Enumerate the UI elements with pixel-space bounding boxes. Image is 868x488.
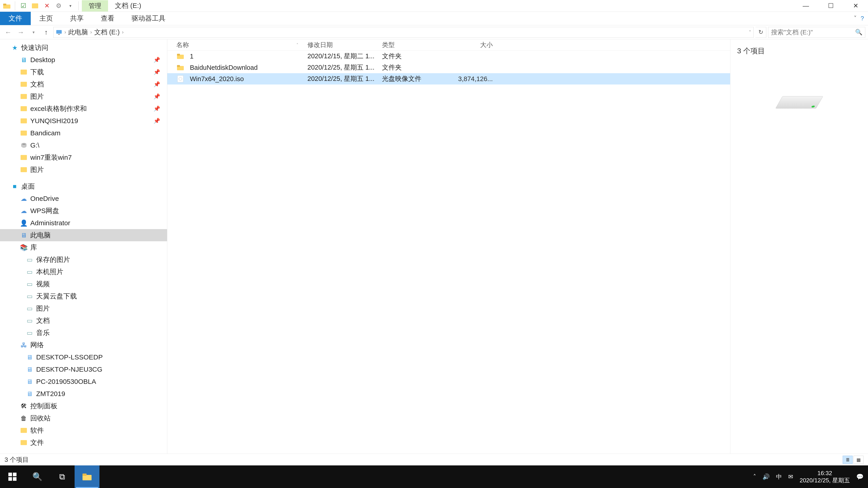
tree-software[interactable]: 软件 <box>0 424 167 436</box>
refresh-button[interactable]: ↻ <box>755 27 766 38</box>
qat-checkbox-icon[interactable]: ☑ <box>19 1 28 10</box>
file-row[interactable]: BaiduNetdiskDownload2020/12/25, 星期五 1...… <box>167 62 730 73</box>
search-input[interactable] <box>771 29 853 36</box>
tree-network-item[interactable]: 🖥PC-20190530OBLA <box>0 376 167 388</box>
tree-control-panel[interactable]: 🛠 控制面板 <box>0 400 167 412</box>
tree-library-item[interactable]: ▭文档 <box>0 315 167 327</box>
chevron-right-icon[interactable]: › <box>122 29 123 35</box>
tree-network-item[interactable]: 🖥ZMT2019 <box>0 388 167 400</box>
tree-quick-item[interactable]: 图片📌 <box>0 90 167 103</box>
tree-library-item[interactable]: ▭本机照片 <box>0 266 167 278</box>
folder-icon: ⛃ <box>20 141 28 149</box>
pin-icon: 📌 <box>153 81 160 88</box>
view-details-button[interactable]: ≣ <box>843 456 852 464</box>
help-icon[interactable]: ? <box>861 15 864 22</box>
ribbon-tabs: 文件 主页 共享 查看 驱动器工具 ˅ ? <box>0 12 868 25</box>
nav-forward-button[interactable]: → <box>16 27 26 38</box>
tree-network-item[interactable]: 🖥DESKTOP-LSSOEDP <box>0 351 167 363</box>
column-header-date[interactable]: 修改日期 <box>307 41 382 49</box>
ribbon-tab-home[interactable]: 主页 <box>31 12 61 25</box>
tree-quick-item[interactable]: 图片 <box>0 164 167 176</box>
tree-quick-item[interactable]: 下载📌 <box>0 66 167 78</box>
nav-back-button[interactable]: ← <box>3 27 13 38</box>
svg-rect-16 <box>83 474 87 476</box>
preview-item-count: 3 个项目 <box>730 46 765 56</box>
taskbar-explorer-button[interactable] <box>74 465 99 488</box>
tree-quick-item[interactable]: YUNQISHI2019📌 <box>0 115 167 127</box>
tree-desktop-item[interactable]: ☁WPS网盘 <box>0 205 167 217</box>
column-header-type[interactable]: 类型 <box>382 41 443 49</box>
qat-close-icon[interactable]: ✕ <box>42 1 51 10</box>
tree-library-item[interactable]: ▭音乐 <box>0 327 167 339</box>
tray-app-icon[interactable]: ✉ <box>788 473 793 480</box>
tree-desktop[interactable]: ■ 桌面 <box>0 180 167 193</box>
tray-overflow-icon[interactable]: ˄ <box>753 473 756 480</box>
qat-settings-icon[interactable]: ⚙ <box>54 1 63 10</box>
folder-icon <box>20 93 28 100</box>
tree-quick-item[interactable]: win7重装win7 <box>0 151 167 164</box>
pin-icon: 📌 <box>153 105 160 112</box>
file-date: 2020/12/15, 星期二 1... <box>307 52 382 61</box>
start-button[interactable] <box>0 465 25 488</box>
qat-folder-icon[interactable] <box>31 1 39 10</box>
chevron-right-icon[interactable]: › <box>90 29 92 35</box>
tree-desktop-item[interactable]: 📚库 <box>0 241 167 254</box>
tree-library-item[interactable]: ▭图片 <box>0 302 167 315</box>
tree-quick-item[interactable]: ⛃G:\ <box>0 139 167 151</box>
action-center-icon[interactable]: 💬 <box>856 473 864 480</box>
breadcrumb-dropdown-icon[interactable]: ˅ <box>749 30 751 35</box>
ime-indicator[interactable]: 中 <box>776 473 782 481</box>
breadcrumb[interactable]: › 此电脑 › 文档 (E:) › ˅ <box>53 27 754 38</box>
tree-desktop-item[interactable]: 🖥此电脑 <box>0 229 167 241</box>
library-icon: ▭ <box>26 268 33 275</box>
star-icon: ★ <box>11 44 19 52</box>
tree-quick-item[interactable]: excel表格制作求和📌 <box>0 103 167 115</box>
maximize-button[interactable]: ☐ <box>818 0 843 12</box>
library-icon: ▭ <box>26 329 33 337</box>
file-row[interactable]: Win7x64_2020.iso2020/12/25, 星期五 1...光盘映像… <box>167 73 730 85</box>
tree-recycle-bin[interactable]: 🗑 回收站 <box>0 412 167 424</box>
tree-library-item[interactable]: ▭天翼云盘下载 <box>0 290 167 302</box>
close-button[interactable]: ✕ <box>843 0 868 12</box>
tree-quick-item[interactable]: 文档📌 <box>0 78 167 90</box>
task-view-button[interactable]: ⧉ <box>50 465 74 488</box>
tree-docs[interactable]: 文件 <box>0 436 167 449</box>
tree-quick-item[interactable]: 🖥Desktop📌 <box>0 54 167 66</box>
breadcrumb-segment-drive[interactable]: 文档 (E:) <box>94 28 120 37</box>
nav-up-button[interactable]: ↑ <box>41 27 52 38</box>
column-header-name[interactable]: 名称 ˄ <box>176 41 307 49</box>
pin-icon: 📌 <box>153 57 160 63</box>
view-icons-button[interactable]: ▦ <box>854 456 864 464</box>
tree-library-item[interactable]: ▭视频 <box>0 278 167 290</box>
nav-recent-dropdown[interactable]: ▾ <box>28 27 39 38</box>
ribbon-tab-drive-tools[interactable]: 驱动器工具 <box>123 12 174 25</box>
ribbon-tab-share[interactable]: 共享 <box>61 12 92 25</box>
svg-rect-9 <box>178 75 183 82</box>
context-tab-manage[interactable]: 管理 <box>82 0 108 11</box>
search-icon[interactable]: 🔍 <box>855 29 862 36</box>
column-header-size[interactable]: 大小 <box>443 41 500 49</box>
tree-quick-item[interactable]: Bandicam <box>0 127 167 139</box>
ribbon-tab-view[interactable]: 查看 <box>92 12 123 25</box>
ribbon-tab-file[interactable]: 文件 <box>0 12 31 25</box>
minimize-button[interactable]: — <box>794 0 818 12</box>
tree-library-item[interactable]: ▭保存的图片 <box>0 254 167 266</box>
tree-network-item[interactable]: 🖥DESKTOP-NJEU3CG <box>0 363 167 376</box>
tree-quick-access[interactable]: ★ 快速访问 <box>0 41 167 54</box>
breadcrumb-segment-root[interactable]: 此电脑 <box>68 28 88 37</box>
taskbar-search-button[interactable]: 🔍 <box>25 465 50 488</box>
folder-icon <box>20 439 28 447</box>
search-box[interactable]: 🔍 <box>768 27 865 38</box>
chevron-right-icon[interactable]: › <box>64 29 66 35</box>
tree-network[interactable]: 🖧 网络 <box>0 339 167 351</box>
file-row[interactable]: 12020/12/15, 星期二 1...文件夹 <box>167 51 730 62</box>
window-controls: — ☐ ✕ <box>794 0 868 12</box>
volume-icon[interactable]: 🔊 <box>763 473 770 480</box>
tree-desktop-item[interactable]: 👤Administrator <box>0 217 167 229</box>
qat-dropdown-icon[interactable]: ▾ <box>66 1 75 10</box>
tree-desktop-item[interactable]: ☁OneDrive <box>0 193 167 205</box>
tree-label: 下载 <box>30 68 44 77</box>
ribbon-expand-icon[interactable]: ˅ <box>854 15 857 22</box>
folder-icon <box>20 105 28 112</box>
taskbar-clock[interactable]: 16:32 2020/12/25, 星期五 <box>800 469 850 484</box>
